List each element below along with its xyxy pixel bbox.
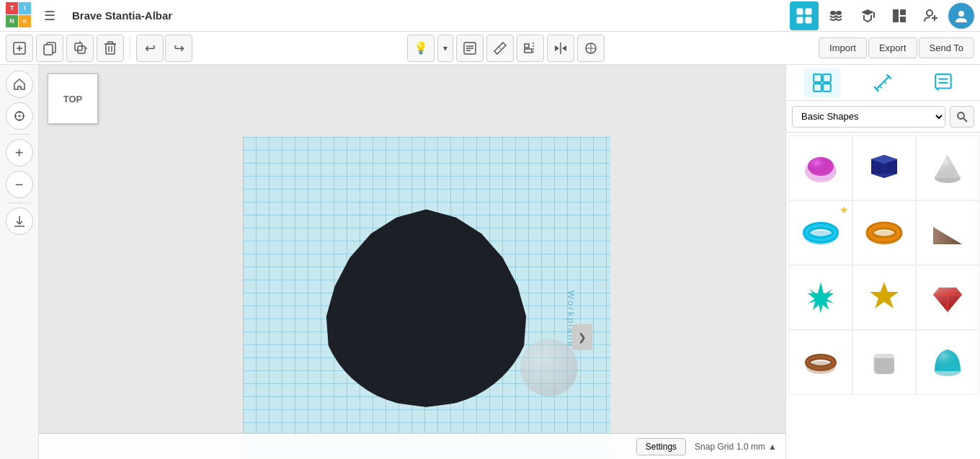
svg-rect-52 [935, 74, 951, 88]
svg-marker-62 [935, 155, 961, 178]
light-button[interactable]: 💡 [407, 35, 435, 62]
add-user-button[interactable] [917, 1, 945, 30]
dashboard-button[interactable] [885, 1, 914, 30]
logo-i: I [19, 2, 31, 14]
tinkercad-logo: T I N K [6, 2, 33, 30]
light-tools: 💡 ▾ [407, 35, 605, 62]
svg-rect-18 [44, 45, 53, 55]
menu-button[interactable]: ☰ [37, 4, 62, 28]
left-sidebar: + − [0, 65, 39, 459]
view-cube[interactable]: TOP [48, 73, 98, 124]
topbar: T I N K ☰ Brave Stantia-Albar [0, 0, 980, 32]
search-button[interactable] [950, 106, 974, 128]
light-dropdown[interactable]: ▾ [437, 35, 453, 62]
note-button[interactable] [456, 35, 484, 62]
shape-item-gem[interactable] [916, 265, 979, 330]
svg-rect-8 [900, 9, 906, 15]
zoom-in-button[interactable]: + [6, 139, 33, 166]
logo-k: K [19, 15, 31, 27]
delete-button[interactable] [97, 35, 124, 62]
import-button[interactable]: Import [819, 37, 867, 58]
svg-line-56 [963, 118, 967, 122]
shape-item-star3[interactable] [789, 265, 852, 330]
sidebar-separator-2 [9, 202, 30, 203]
svg-point-4 [830, 11, 836, 15]
panel-toolbar: Basic Shapes Letters Numbers Connectors [786, 101, 980, 133]
send-to-button[interactable]: Send To [919, 37, 974, 58]
export-button[interactable]: Export [868, 37, 917, 58]
svg-point-55 [958, 112, 964, 119]
panel-collapse-button[interactable]: ❯ [572, 324, 592, 350]
shape-item-round-cube[interactable] [852, 330, 916, 395]
shape-item-ring[interactable] [789, 330, 852, 395]
shape-item-box[interactable] [852, 135, 916, 200]
copy-button[interactable] [36, 35, 63, 62]
fit-view-button[interactable] [6, 102, 33, 130]
mirror-button[interactable] [547, 35, 574, 62]
svg-rect-1 [806, 9, 811, 14]
shape-item-sphere[interactable] [789, 135, 852, 200]
panel-tab-notes[interactable] [926, 68, 962, 97]
shape-item-wedge[interactable] [916, 200, 979, 265]
panel-tab-shapes[interactable] [804, 68, 840, 97]
bottombar: Settings Snap Grid 1.0 mm ▲ [39, 433, 785, 459]
undo-redo-group: ↩ ↪ [136, 35, 192, 62]
svg-rect-33 [525, 49, 532, 53]
star-badge: ★ [839, 204, 849, 215]
ruler-button[interactable] [486, 35, 514, 62]
group-button[interactable] [577, 35, 605, 62]
zoom-out-button[interactable]: − [6, 171, 33, 198]
svg-rect-2 [797, 17, 803, 23]
shape-category-selector[interactable]: Basic Shapes Letters Numbers Connectors [792, 106, 945, 128]
learn-button[interactable] [853, 1, 882, 30]
svg-line-31 [499, 47, 501, 49]
redo-button[interactable]: ↪ [165, 35, 192, 62]
shapes-grid: ★ [786, 133, 980, 398]
svg-rect-48 [814, 84, 821, 92]
sidebar-separator [9, 134, 30, 135]
svg-rect-0 [797, 9, 803, 14]
svg-rect-32 [525, 44, 529, 48]
svg-rect-7 [893, 9, 899, 22]
svg-point-5 [836, 11, 842, 15]
avatar-button[interactable] [948, 3, 974, 29]
home-button[interactable] [6, 71, 33, 98]
grid-view-button[interactable] [790, 1, 819, 30]
project-title: Brave Stantia-Albar [72, 9, 785, 22]
panel-tabs [786, 65, 980, 101]
align-button[interactable] [517, 35, 544, 62]
view-cube-label: TOP [63, 94, 83, 104]
svg-point-39 [18, 115, 20, 117]
snap-grid-label: Snap Grid [695, 442, 734, 452]
right-panel: Basic Shapes Letters Numbers Connectors [785, 65, 980, 459]
logo-n: N [6, 15, 18, 27]
nav-sphere [520, 339, 578, 396]
svg-rect-9 [900, 17, 906, 22]
duplicate-button[interactable] [66, 35, 94, 62]
svg-rect-47 [823, 74, 831, 82]
svg-point-13 [958, 11, 964, 17]
shape-item-cone[interactable] [916, 135, 979, 200]
shape-item-paraboloid[interactable] [916, 330, 979, 395]
settings-button[interactable]: Settings [636, 438, 686, 455]
snap-arrow-icon[interactable]: ▲ [768, 442, 777, 452]
toolbar2: ↩ ↪ 💡 ▾ [0, 32, 980, 65]
undo-button[interactable]: ↩ [136, 35, 164, 62]
svg-point-10 [927, 10, 932, 16]
shape-item-torus-bevel[interactable] [852, 200, 916, 265]
shape-item-torus[interactable]: ★ [789, 200, 852, 265]
svg-rect-49 [823, 84, 831, 92]
download-button[interactable] [6, 208, 33, 235]
separator-1 [130, 37, 130, 59]
nav-icons [790, 1, 974, 30]
svg-rect-20 [78, 46, 85, 53]
svg-rect-3 [806, 17, 811, 23]
svg-rect-23 [106, 44, 115, 54]
gallery-button[interactable] [821, 1, 850, 30]
shape-item-star5[interactable] [852, 265, 916, 330]
new-object-button[interactable] [6, 35, 33, 62]
svg-rect-19 [75, 43, 82, 50]
viewport[interactable]: TOP Workplane ❯ Settings Snap Grid 1.0 m… [39, 65, 785, 459]
logo-t: T [6, 2, 18, 14]
panel-tab-measure[interactable] [865, 68, 901, 97]
